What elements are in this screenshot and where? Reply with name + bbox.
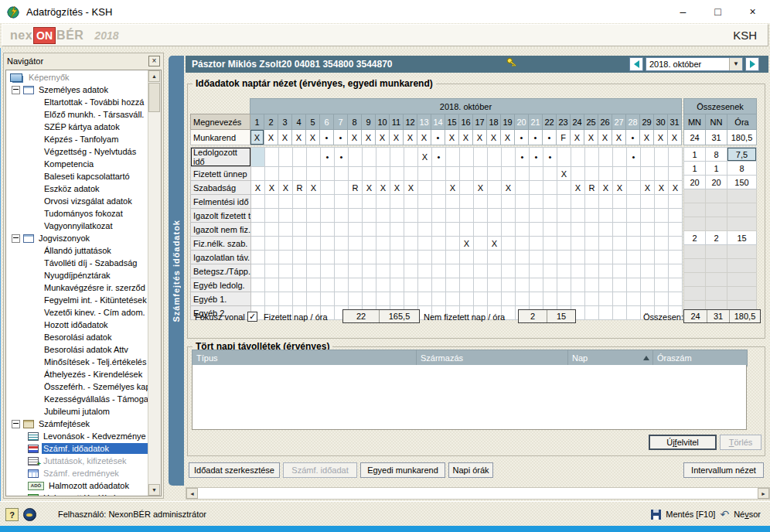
collapse-icon[interactable] [12,86,20,94]
calendar-cell[interactable] [321,264,335,278]
calendar-cell[interactable] [265,223,279,237]
next-month-button[interactable] [745,57,759,71]
calendar-cell[interactable] [557,209,571,223]
calendar-cell[interactable]: X [390,130,404,145]
calendar-cell[interactable] [349,148,363,167]
calendar-cell[interactable] [571,148,585,167]
calendar-cell[interactable] [543,237,557,251]
calendar-cell[interactable] [669,209,683,223]
calendar-cell[interactable]: X [584,130,598,145]
calendar-cell[interactable]: X [612,130,626,145]
calendar-cell[interactable] [488,148,502,167]
calendar-cell[interactable] [613,278,627,292]
calendar-cell[interactable] [321,223,335,237]
calendar-cell[interactable] [543,167,557,181]
calendar-cell[interactable] [530,251,543,264]
calendar-cell[interactable]: X [278,130,292,145]
tree-item[interactable]: Képzés - Tanfolyam [7,133,148,145]
calendar-cell[interactable] [571,167,585,181]
interval-view-button[interactable]: Intervallum nézet [683,462,764,478]
calendar-cell[interactable] [251,167,265,181]
calendar-cell[interactable] [293,195,307,209]
calendar-cell[interactable] [251,223,265,237]
namelist-button[interactable]: Névsor [734,510,761,519]
tree-item[interactable]: Vagyonnyilatkozat [7,220,148,232]
calendar-cell[interactable] [265,292,279,306]
calendar-cell[interactable] [446,167,460,181]
calendar-cell[interactable] [613,195,627,209]
calendar-cell[interactable] [335,251,349,264]
calendar-cell[interactable] [376,292,390,306]
calendar-cell[interactable] [279,167,293,181]
calendar-cell[interactable] [627,278,641,292]
calendar-cell[interactable] [321,278,335,292]
previous-month-button[interactable] [629,57,643,71]
calendar-cell[interactable] [349,292,363,306]
calendar-cell[interactable]: X [418,148,432,167]
tree-item[interactable]: Kezességvállalás - Támoga [7,393,148,405]
calendar-cell[interactable] [655,195,669,209]
calendar-cell[interactable] [279,251,293,264]
calendar-cell[interactable]: X [250,130,264,145]
calendar-cell[interactable] [251,264,265,278]
calendar-cell[interactable] [418,251,432,264]
calendar-cell[interactable] [571,223,585,237]
tree-scrollbar[interactable]: ▲ ▼ [148,70,161,496]
tree-item[interactable]: Besorolási adatok Attv [7,343,148,356]
calendar-cell[interactable] [460,278,474,292]
calendar-cell[interactable] [669,264,683,278]
calendar-cell[interactable] [599,209,613,223]
calendar-cell[interactable] [669,278,683,292]
calendar-cell[interactable] [585,195,599,209]
tree-section[interactable]: Számfejtések [7,418,148,430]
calendar-cell[interactable] [363,278,376,292]
calendar-cell[interactable] [655,167,669,181]
calendar-cell[interactable] [585,148,599,167]
calendar-cell[interactable] [446,251,460,264]
calendar-cell[interactable] [307,209,321,223]
calendar-cell[interactable]: X [404,130,417,145]
calendar-cell[interactable] [265,209,279,223]
calendar-cell[interactable] [404,237,418,251]
calendar-cell[interactable]: R [293,181,307,195]
calendar-cell[interactable]: X [640,130,654,145]
calendar-cell[interactable] [404,167,418,181]
calendar-cell[interactable] [349,251,363,264]
calendar-cell[interactable] [404,195,418,209]
calendar-cell[interactable] [585,223,599,237]
calc-time-data-button[interactable]: Számf. időadat [283,462,357,478]
calendar-cell[interactable] [279,148,293,167]
calendar-cell[interactable] [641,251,655,264]
calendar-cell[interactable] [488,209,502,223]
calendar-cell[interactable] [516,264,530,278]
calendar-cell[interactable] [418,237,432,251]
calendar-cell[interactable] [418,278,432,292]
calendar-cell[interactable] [543,223,557,237]
calendar-cell[interactable] [655,237,669,251]
calendar-cell[interactable] [613,167,627,181]
calendar-cell[interactable]: • [627,148,641,167]
calendar-cell[interactable] [641,237,655,251]
calendar-cell[interactable] [390,223,404,237]
calendar-cell[interactable] [488,181,502,195]
calendar-cell[interactable]: F [557,130,571,145]
calendar-cell[interactable]: X [446,181,460,195]
scroll-right-icon[interactable]: ► [758,488,769,499]
calendar-cell[interactable] [516,223,530,237]
calendar-cell[interactable]: X [417,130,431,145]
calendar-cell[interactable] [321,237,335,251]
calendar-cell[interactable] [446,223,460,237]
calendar-cell[interactable] [627,237,641,251]
calendar-cell[interactable] [307,148,321,167]
calendar-cell[interactable] [557,195,571,209]
calendar-cell[interactable] [376,223,390,237]
tree-section[interactable]: Jogviszonyok [7,232,148,244]
tree-item[interactable]: Vezetői kinev. - Cím adom. [7,306,148,319]
calendar-cell[interactable] [390,278,404,292]
calendar-cell[interactable] [571,278,585,292]
calendar-cell[interactable] [488,167,502,181]
calendar-cell[interactable]: • [335,148,349,167]
navigator-close-icon[interactable]: × [148,56,160,66]
calendar-cell[interactable]: • [529,130,543,145]
collapse-icon[interactable] [12,234,20,243]
